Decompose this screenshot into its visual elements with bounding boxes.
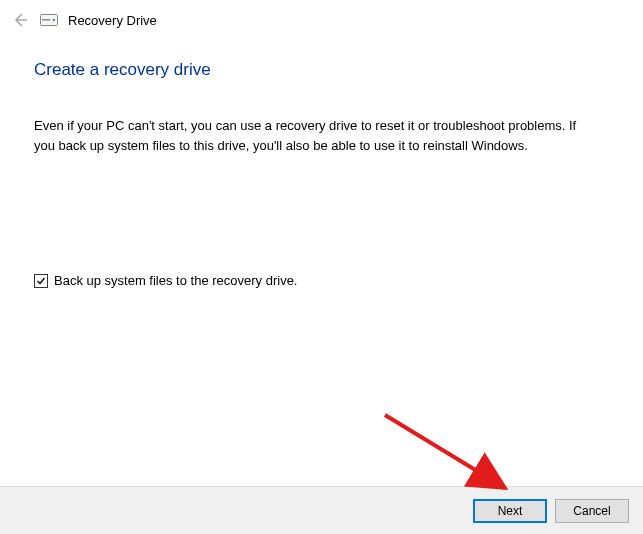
backup-checkbox-row[interactable]: Back up system files to the recovery dri… [34, 273, 609, 288]
next-button[interactable]: Next [473, 499, 547, 523]
svg-line-4 [385, 415, 505, 488]
drive-icon [40, 13, 58, 27]
checkbox-label: Back up system files to the recovery dri… [54, 273, 297, 288]
back-arrow-icon[interactable] [10, 10, 30, 30]
svg-point-3 [53, 19, 55, 21]
svg-rect-2 [42, 19, 50, 21]
description-text: Even if your PC can't start, you can use… [34, 116, 594, 155]
title-bar: Recovery Drive [0, 0, 643, 36]
cancel-button[interactable]: Cancel [555, 499, 629, 523]
window-title: Recovery Drive [68, 13, 157, 28]
wizard-footer: Next Cancel [0, 486, 643, 534]
wizard-content: Create a recovery drive Even if your PC … [0, 36, 643, 288]
checkbox-icon[interactable] [34, 274, 48, 288]
page-heading: Create a recovery drive [34, 60, 609, 80]
